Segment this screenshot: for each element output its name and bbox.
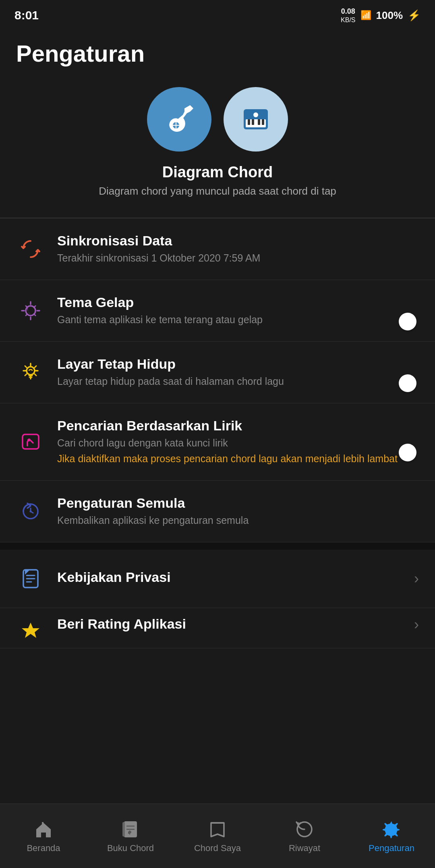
pengaturan-semula-title: Pengaturan Semula <box>57 495 419 511</box>
battery-label: 100% <box>376 9 403 22</box>
sinkronisasi-title: Sinkronisasi Data <box>57 233 419 249</box>
riwayat-label: Riwayat <box>289 843 320 853</box>
chevron-right-icon-2: › <box>414 616 419 633</box>
status-time: 8:01 <box>14 8 39 22</box>
piano-icon-circle[interactable] <box>224 87 288 152</box>
kebijakan-content: Kebijakan Privasi <box>57 569 406 588</box>
svg-rect-35 <box>122 822 125 837</box>
page-title: Pengaturan <box>0 28 435 75</box>
pencarian-desc: Cari chord lagu dengan kata kunci lirik <box>57 436 411 450</box>
toggle-thumb <box>399 313 416 330</box>
rating-chevron: › <box>414 616 419 633</box>
buku-chord-icon <box>120 819 141 840</box>
sinkronisasi-desc: Terakhir sinkronisasi 1 Oktober 2020 7:5… <box>57 251 419 265</box>
layar-title: Layar Tetap Hidup <box>57 356 411 372</box>
nav-item-beranda[interactable]: Beranda <box>0 815 87 858</box>
status-right: 0.08 KB/S 📶 100% ⚡ <box>341 7 420 24</box>
pengaturan-semula-content: Pengaturan Semula Kembalikan aplikasi ke… <box>57 495 419 527</box>
tema-gelap-title: Tema Gelap <box>57 295 411 310</box>
sinkronisasi-icon <box>16 235 45 264</box>
svg-point-42 <box>390 828 393 831</box>
rating-icon <box>16 616 45 645</box>
rating-content: Beri Rating Aplikasi <box>57 616 406 634</box>
settings-list: Sinkronisasi Data Terakhir sinkronisasi … <box>0 218 435 542</box>
pencarian-title: Pencarian Berdasarkan Lirik <box>57 418 411 434</box>
rating-title: Beri Rating Aplikasi <box>57 616 406 632</box>
chord-saya-label: Chord Saya <box>194 843 241 853</box>
pengaturan-nav-label: Pengaturan <box>369 843 414 853</box>
beranda-label: Beranda <box>27 843 60 853</box>
tema-gelap-content: Tema Gelap Ganti tema aplikasi ke tema t… <box>57 295 411 327</box>
settings-item-rating[interactable]: Beri Rating Aplikasi › <box>0 608 435 648</box>
toggle-thumb <box>399 374 416 392</box>
settings-item-tema-gelap[interactable]: Tema Gelap Ganti tema aplikasi ke tema t… <box>0 280 435 342</box>
tema-gelap-icon <box>16 296 45 325</box>
svg-point-27 <box>30 510 32 512</box>
pengaturan-semula-desc: Kembalikan aplikasi ke pengaturan semula <box>57 513 419 527</box>
bottom-nav: Beranda Buku Chord Chord Saya Riwayat <box>0 804 435 868</box>
chevron-right-icon: › <box>414 570 419 587</box>
chord-saya-icon <box>207 819 228 840</box>
pengaturan-semula-icon <box>16 497 45 526</box>
pengaturan-nav-icon <box>381 819 402 840</box>
piano-icon <box>238 101 274 137</box>
beranda-icon <box>33 819 54 840</box>
svg-point-15 <box>27 367 35 375</box>
tema-gelap-desc: Ganti tema aplikasi ke tema terang atau … <box>57 313 411 327</box>
guitar-icon <box>161 101 197 137</box>
battery-icon: ⚡ <box>408 9 420 22</box>
settings-item-pencarian[interactable]: Pencarian Berdasarkan Lirik Cari chord l… <box>0 403 435 481</box>
sinkronisasi-content: Sinkronisasi Data Terakhir sinkronisasi … <box>57 233 419 265</box>
guitar-icon-circle[interactable] <box>147 87 211 152</box>
diagram-icons-row <box>147 87 288 152</box>
svg-rect-5 <box>248 119 250 125</box>
nav-item-pengaturan[interactable]: Pengaturan <box>348 815 435 858</box>
buku-chord-label: Buku Chord <box>107 843 154 853</box>
pencarian-content: Pencarian Berdasarkan Lirik Cari chord l… <box>57 418 411 466</box>
svg-rect-22 <box>23 434 39 449</box>
layar-desc: Layar tetap hidup pada saat di halaman c… <box>57 374 411 388</box>
pencarian-warning: Jika diaktifkan maka proses pencarian ch… <box>57 452 411 466</box>
settings-item-layar[interactable]: Layar Tetap Hidup Layar tetap hidup pada… <box>0 342 435 403</box>
svg-rect-7 <box>258 119 260 125</box>
nav-item-riwayat[interactable]: Riwayat <box>261 815 348 858</box>
svg-line-23 <box>31 440 33 443</box>
toggle-thumb <box>399 444 416 461</box>
settings-item-kebijakan[interactable]: Kebijakan Privasi › <box>0 550 435 608</box>
nav-item-buku-chord[interactable]: Buku Chord <box>87 815 174 858</box>
kebijakan-chevron: › <box>414 570 419 587</box>
legal-list: Kebijakan Privasi › Beri Rating Aplikasi… <box>0 550 435 648</box>
settings-item-pengaturan-semula[interactable]: Pengaturan Semula Kembalikan aplikasi ke… <box>0 481 435 542</box>
svg-rect-8 <box>262 119 264 125</box>
diagram-section: Diagram Chord Diagram chord yang muncul … <box>0 75 435 218</box>
kebijakan-icon <box>16 564 45 593</box>
status-bar: 8:01 0.08 KB/S 📶 100% ⚡ <box>0 0 435 28</box>
settings-item-sinkronisasi[interactable]: Sinkronisasi Data Terakhir sinkronisasi … <box>0 218 435 280</box>
svg-rect-33 <box>42 822 44 826</box>
svg-marker-32 <box>22 623 39 638</box>
nav-item-chord-saya[interactable]: Chord Saya <box>174 815 261 858</box>
pencarian-icon <box>16 427 45 456</box>
layar-content: Layar Tetap Hidup Layar tetap hidup pada… <box>57 356 411 388</box>
layar-icon <box>16 358 45 387</box>
riwayat-icon <box>294 819 315 840</box>
section-divider-mid <box>0 542 435 550</box>
status-speed: 0.08 KB/S <box>341 7 355 24</box>
network-icon: 📶 <box>360 10 371 21</box>
svg-point-9 <box>253 112 258 117</box>
diagram-subtitle: Diagram chord yang muncul pada saat chor… <box>99 185 336 197</box>
kebijakan-title: Kebijakan Privasi <box>57 569 406 585</box>
diagram-title: Diagram Chord <box>162 164 273 181</box>
svg-rect-6 <box>252 119 254 125</box>
